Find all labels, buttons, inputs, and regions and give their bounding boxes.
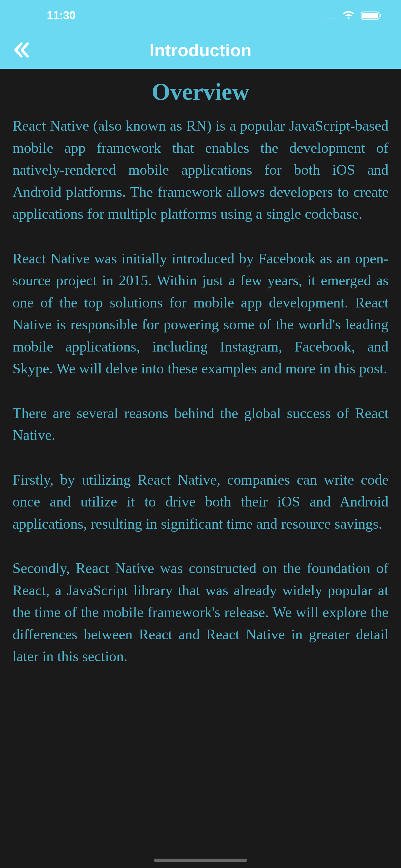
paragraph: React Native (also known as RN) is a pop… bbox=[12, 115, 389, 225]
status-right: .... bbox=[324, 10, 382, 21]
status-time: 11:30 bbox=[47, 9, 75, 22]
nav-title: Introduction bbox=[149, 40, 252, 60]
svg-rect-2 bbox=[380, 14, 381, 17]
paragraph: Secondly, React Native was constructed o… bbox=[12, 557, 389, 668]
home-indicator[interactable] bbox=[154, 859, 247, 862]
cellular-dots-icon: .... bbox=[324, 10, 337, 21]
status-bar: 11:30 .... bbox=[0, 0, 401, 31]
wifi-icon bbox=[342, 11, 355, 20]
back-button[interactable] bbox=[12, 41, 31, 59]
paragraph: Firstly, by utilizing React Native, comp… bbox=[12, 469, 389, 535]
paragraph: React Native was initially introduced by… bbox=[12, 247, 389, 380]
svg-rect-1 bbox=[362, 13, 378, 19]
battery-icon bbox=[360, 11, 382, 21]
content-heading: Overview bbox=[12, 78, 389, 105]
paragraph: There are several reasons behind the glo… bbox=[12, 402, 389, 446]
content-area[interactable]: Overview React Native (also known as RN)… bbox=[0, 69, 401, 677]
nav-bar: Introduction bbox=[0, 31, 401, 69]
